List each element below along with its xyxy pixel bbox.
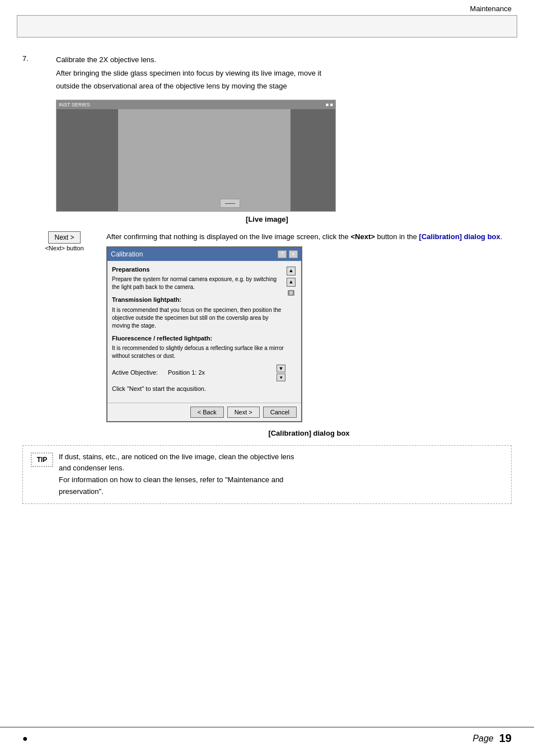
live-image-top-label: INST SERIES <box>59 102 90 108</box>
dialog-preparations-text: Prepare the system for normal camera exp… <box>112 276 285 291</box>
main-content: 7. Calibrate the 2X objective lens. Afte… <box>0 49 534 521</box>
dialog-title: Calibration <box>111 249 143 259</box>
dialog-main-content: Preparations Prepare the system for norm… <box>112 265 285 398</box>
tip-text: If dust, stains, etc., are noticed on th… <box>59 451 503 498</box>
live-image-body: —— <box>57 109 335 211</box>
instruction-dialog-bold: [Calibration] dialog box <box>419 232 500 241</box>
dialog-titlebar-buttons: ? x <box>278 250 298 258</box>
dialog-fluorescence-text: It is recommended to slightly defocus a … <box>112 344 285 360</box>
dialog-click-text: Click "Next" to start the acqusition. <box>112 385 285 393</box>
dialog-caption: [Calibration] dialog box <box>106 429 512 437</box>
objective-bottom-btn[interactable]: ▾ <box>277 374 285 381</box>
next-button-sidebar: Next > <Next> button <box>22 231 106 251</box>
dialog-objective-row: Active Objective: Position 1: 2x ▼ ▾ <box>112 365 285 381</box>
objective-down-btn[interactable]: ▼ <box>277 365 285 372</box>
calibration-dialog: Calibration ? x Preparations Prepare the… <box>106 246 302 422</box>
live-image-center-panel: —— <box>118 109 291 211</box>
dialog-cancel-btn[interactable]: Cancel <box>263 407 297 418</box>
live-image-caption: [Live image] <box>22 215 512 223</box>
footer-bullet: ● <box>22 734 28 744</box>
tip-text4: preservation". <box>59 486 503 498</box>
live-image-left-panel <box>57 109 118 211</box>
dialog-body: Preparations Prepare the system for norm… <box>107 261 301 403</box>
dialog-sidebar-btn1[interactable]: ▲ <box>287 267 296 276</box>
svg-rect-1 <box>289 291 293 295</box>
dialog-sidebar-icon <box>287 289 296 298</box>
instruction-text1: After confirming that nothing is display… <box>106 232 350 241</box>
dialog-objective-label: Active Objective: <box>112 368 168 377</box>
footer-page-number: 19 <box>499 732 512 745</box>
dialog-transmission-title: Transmission lightpath: <box>112 296 285 304</box>
live-image-top-right: ■ ■ <box>326 102 333 108</box>
tip-section: TIP If dust, stains, etc., are noticed o… <box>22 445 512 504</box>
step-title: Calibrate the 2X objective lens. <box>56 54 512 66</box>
step-7-row: 7. Calibrate the 2X objective lens. Afte… <box>22 54 512 94</box>
next-button-section: Next > <Next> button After confirming th… <box>22 231 512 422</box>
instruction-text-block: After confirming that nothing is display… <box>106 231 512 422</box>
dialog-objective-value: Position 1: 2x <box>168 368 274 377</box>
step-desc2: outside the observational area of the ob… <box>56 81 512 92</box>
live-image-right-panel <box>291 109 335 211</box>
instruction-next-bold: <Next> <box>350 232 374 241</box>
dialog-next-btn[interactable]: Next > <box>227 407 260 418</box>
dialog-back-btn[interactable]: < Back <box>190 407 224 418</box>
step-number: 7. <box>22 54 56 63</box>
next-button[interactable]: Next > <box>48 231 80 244</box>
dialog-objective-controls: ▼ ▾ <box>277 365 285 381</box>
page-header: Maintenance <box>0 0 534 15</box>
tip-badge: TIP <box>31 452 53 467</box>
live-image-bottom-bar: —— <box>220 199 240 208</box>
live-image-container: INST SERIES ■ ■ —— <box>56 100 336 212</box>
dialog-footer: < Back Next > Cancel <box>107 403 301 421</box>
instruction-period: . <box>500 232 503 241</box>
step-desc1: After bringing the slide glass specimen … <box>56 68 512 79</box>
dialog-titlebar: Calibration ? x <box>107 248 301 261</box>
dialog-transmission-text: It is recommended that you focus on the … <box>112 306 285 330</box>
dialog-sidebar: ▲ ▲ <box>285 265 297 398</box>
dialog-close-btn[interactable]: x <box>289 250 298 258</box>
instruction-text2: button in the <box>375 232 419 241</box>
page-footer: ● Page 19 <box>0 727 534 745</box>
footer-page-label: Page <box>472 734 493 744</box>
tip-text3: For information on how to clean the lens… <box>59 474 503 486</box>
step-text: Calibrate the 2X objective lens. After b… <box>56 54 512 94</box>
header-bar <box>17 15 517 38</box>
tip-text1: If dust, stains, etc., are noticed on th… <box>59 451 503 463</box>
header-title: Maintenance <box>470 4 512 13</box>
dialog-preparations-title: Preparations <box>112 265 285 274</box>
dialog-help-btn[interactable]: ? <box>278 250 287 258</box>
dialog-sidebar-btn2[interactable]: ▲ <box>287 278 296 287</box>
dialog-fluorescence-title: Fluorescence / reflected lightpath: <box>112 334 285 343</box>
tip-text2: and condenser lens. <box>59 463 503 474</box>
instruction-text: After confirming that nothing is display… <box>106 231 512 242</box>
live-image-top-bar: INST SERIES ■ ■ <box>57 100 335 109</box>
next-button-caption: <Next> button <box>45 245 83 251</box>
